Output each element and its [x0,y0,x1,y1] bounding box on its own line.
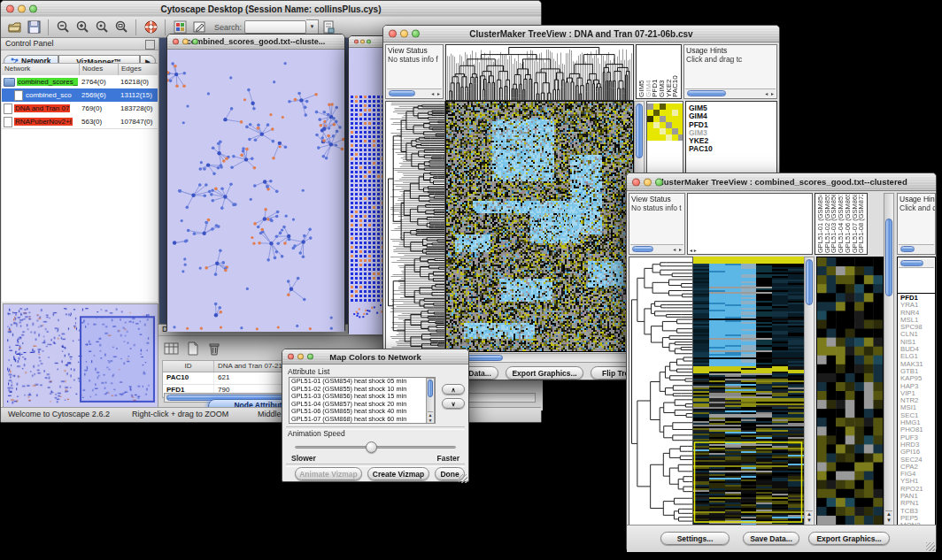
tv2-zoom-heatmap-canvas[interactable] [816,257,884,525]
close-icon[interactable] [389,30,397,38]
close-icon[interactable] [354,40,359,44]
treeview1-titlebar[interactable]: ClusterMaker TreeView : DNA and Tran 07-… [383,26,779,42]
main-titlebar[interactable]: Cytoscape Desktop (Session Name: collins… [1,1,541,18]
zoom-selected-icon[interactable] [93,19,111,36]
attribute-item[interactable]: GPL51-07 (GSM868) heat shock 60 min [290,416,435,424]
zoom-in-icon[interactable] [73,19,91,36]
resize-grip[interactable] [459,474,467,483]
column-label[interactable]: GPL51-01 (GSM854) [817,195,824,253]
close-icon[interactable] [173,39,179,45]
network-nodes: 2569(6) [80,91,119,99]
column-label[interactable]: GPL51-06 (GSM865) [845,195,852,253]
column-label[interactable]: GPL51-03 (GSM856) [830,195,838,253]
tv1-export-graphics-button[interactable]: Export Graphics... [506,366,583,380]
table-row[interactable]: DNA and Tran 07769(0)183728(0) [2,102,158,115]
column-label[interactable]: GPL51-04 (GSM857) [838,195,845,253]
create-vizmap-button[interactable]: Create Vizmap [367,467,429,480]
close-icon[interactable] [632,178,640,186]
minimize-icon[interactable] [400,30,408,38]
attribute-list-scrollbar[interactable]: ▲▼ [426,378,435,424]
network-overview-canvas[interactable] [3,303,158,408]
column-label[interactable]: GIM3 [659,46,666,97]
tv2-zoom-scroll-thumb[interactable] [885,219,892,296]
table-row[interactable]: combined_scores_2764(0)16218(0) [2,75,158,88]
tv2-settings-button[interactable]: Settings... [660,532,730,545]
minimize-icon[interactable] [18,5,26,13]
view-status-scrollbar[interactable]: ◂ ▸ [630,244,683,253]
zoom-window-icon[interactable] [192,39,198,45]
tv2-column-dendrogram-area[interactable]: ◂ ▸ [687,193,813,255]
usage-hints-scrollbar[interactable] [899,244,934,253]
network-canvas[interactable] [167,50,344,332]
tv1-horizontal-scrollbar[interactable] [445,353,645,363]
attribute-listbox[interactable]: GPL51-01 (GSM854) heat shock 05 minGPL51… [289,377,436,424]
control-panel-title: Control Panel [5,39,54,48]
zoom-fit-icon[interactable] [112,19,130,36]
help-icon[interactable] [142,19,159,36]
col-network[interactable]: Network [2,64,80,75]
tv2-main-scroll-thumb[interactable] [806,259,813,305]
close-icon[interactable] [288,354,294,360]
column-label[interactable]: GPL51-08 (GSM872) [858,195,865,253]
zoom-out-icon[interactable] [54,19,72,36]
close-icon[interactable] [6,5,14,13]
file-icon [14,90,23,101]
search-dropdown-icon[interactable]: ▼ [306,19,319,35]
tv2-zoom-scrollbar[interactable]: ▲▼ [884,193,894,525]
tv1-heatmap-canvas[interactable] [445,101,634,352]
network-tree-whitespace [2,128,158,302]
tv2-heatmap-canvas[interactable] [693,257,804,525]
usage-hints-scrollbar[interactable]: ◂ ▸ [685,88,776,97]
view-status-scrollbar[interactable]: ◂ ▸ [387,88,442,97]
tv2-gene-scrollbar[interactable] [899,259,934,268]
id-column-header[interactable]: ID [163,361,214,372]
tv1-vscroll-thumb[interactable] [636,104,643,158]
animate-vizmap-button[interactable]: Animate Vizmap [295,467,362,480]
attribute-select-icon[interactable] [163,340,180,357]
treeview2-titlebar[interactable]: ClusterMaker TreeView : combined_scores_… [627,173,936,191]
slider-thumb[interactable] [366,441,377,453]
col-nodes[interactable]: Nodes [80,64,119,75]
table-row[interactable]: combined_sco2569(6)13112(15) [2,88,158,102]
tv2-main-scrollbar[interactable]: ▲▼ [804,257,815,525]
save-icon[interactable] [25,19,42,36]
tv2-gene-panel: PFD1YRA1RNR4MSL1SPC98CLN1NIS1BUD4ELG1MAK… [897,257,936,525]
tv1-matrix-canvas[interactable] [647,104,683,141]
zoom-window-icon[interactable] [655,178,663,186]
tv1-row-dendrogram-canvas[interactable] [385,101,445,352]
tv2-save-data-button[interactable]: Save Data... [743,532,799,545]
column-label[interactable]: PAC10 [672,46,679,97]
minimize-icon[interactable] [297,354,304,360]
status-hint-pan: Middle- [258,410,284,418]
column-label[interactable]: PFD1 [652,46,659,97]
network-view-titlebar[interactable]: combined_scores_good.txt--cluste... [167,35,344,50]
open-icon[interactable] [5,19,23,36]
col-edges[interactable]: Edges [119,64,158,75]
treeview1-title: ClusterMaker TreeView : DNA and Tran 07-… [469,29,692,39]
zoom-window-icon[interactable] [29,5,37,13]
dialog-titlebar[interactable]: Map Colors to Network [282,349,468,364]
zoom-window-icon[interactable] [412,30,420,38]
column-label[interactable]: GIM5 [638,46,645,97]
minimize-icon[interactable] [182,39,189,45]
move-up-button[interactable]: ∧ [442,384,465,395]
tv2-export-graphics-button[interactable]: Export Graphics... [808,532,890,545]
search-label: Search: [214,23,242,32]
resize-grip[interactable] [926,542,935,551]
zoom-window-icon[interactable] [307,354,313,360]
search-input[interactable] [244,20,306,34]
table-row[interactable]: RNAPuberNov2+I563(0)107847(0) [2,115,158,128]
delete-attribute-icon[interactable] [205,340,222,357]
minimize-icon[interactable] [360,40,365,44]
move-down-button[interactable]: ∨ [442,398,465,409]
tv1-column-dendrogram-canvas[interactable] [445,44,634,101]
network-name: RNAPuberNov2+I [14,118,73,126]
new-attribute-icon[interactable] [184,340,201,357]
minimize-icon[interactable] [644,178,652,186]
gene-label[interactable]: PAC10 [689,145,776,153]
network-view-window: combined_scores_good.txt--cluste... [166,34,345,332]
tv2-row-dendrogram-canvas[interactable] [629,257,693,527]
zoom-window-icon[interactable] [367,40,371,44]
tv2-bottom-bar: Settings... Save Data... Export Graphics… [627,525,936,552]
float-panel-icon[interactable] [145,40,155,50]
